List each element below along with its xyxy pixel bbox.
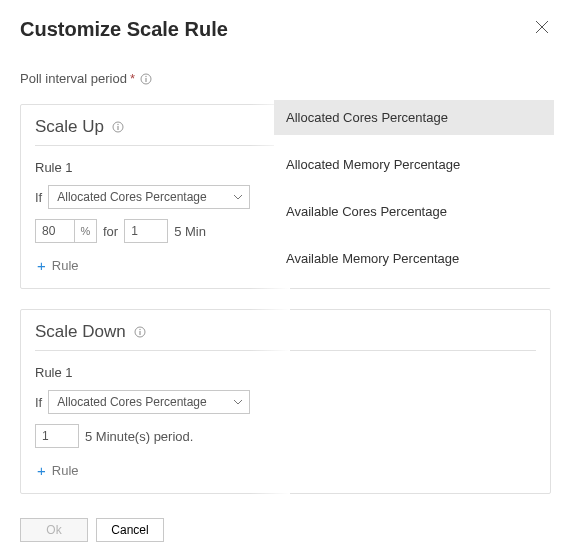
scale-down-if-line: If Allocated Cores Percentage	[35, 390, 536, 414]
svg-rect-4	[145, 78, 146, 82]
scale-down-duration-line: 5 Minute(s) period.	[35, 424, 536, 448]
title-row: Customize Scale Rule	[20, 18, 551, 41]
svg-point-3	[145, 75, 146, 76]
add-rule-label: Rule	[52, 258, 79, 273]
scale-down-rule-title: Rule 1	[35, 365, 536, 380]
metric-dropdown-popup: Allocated Cores Percentage Allocated Mem…	[274, 100, 554, 288]
scale-down-card: Scale Down Rule 1 If Allocated Cores Per…	[20, 309, 551, 494]
info-icon[interactable]	[112, 121, 124, 133]
popup-option-allocated-memory[interactable]: Allocated Memory Percentage	[274, 147, 554, 182]
plus-icon: +	[37, 462, 46, 479]
cancel-button[interactable]: Cancel	[96, 518, 164, 542]
if-label: If	[35, 190, 42, 205]
popup-option-available-cores[interactable]: Available Cores Percentage	[274, 194, 554, 229]
duration-suffix: 5 Min	[174, 224, 206, 239]
for-label: for	[103, 224, 118, 239]
percent-suffix: %	[74, 220, 96, 242]
poll-interval-label: Poll interval period *	[20, 71, 551, 86]
popup-option-available-memory[interactable]: Available Memory Percentage	[274, 241, 554, 276]
scale-down-metric-dropdown[interactable]: Allocated Cores Percentage	[48, 390, 250, 414]
duration-input[interactable]	[35, 424, 79, 448]
if-label: If	[35, 395, 42, 410]
scale-down-heading-text: Scale Down	[35, 322, 126, 342]
threshold-input-wrap: %	[35, 219, 97, 243]
scale-up-metric-dropdown[interactable]: Allocated Cores Percentage	[48, 185, 250, 209]
duration-suffix: 5 Minute(s) period.	[85, 429, 193, 444]
chevron-down-icon	[233, 399, 243, 405]
svg-rect-10	[139, 331, 140, 335]
info-icon[interactable]	[140, 73, 152, 85]
info-icon[interactable]	[134, 326, 146, 338]
close-button[interactable]	[533, 18, 551, 39]
svg-point-6	[117, 124, 118, 125]
svg-point-9	[139, 329, 140, 330]
footer: Ok Cancel	[20, 514, 551, 542]
svg-rect-7	[117, 126, 118, 130]
add-rule-label: Rule	[52, 463, 79, 478]
poll-label-text: Poll interval period	[20, 71, 127, 86]
chevron-down-icon	[233, 194, 243, 200]
plus-icon: +	[37, 257, 46, 274]
add-rule-button[interactable]: + Rule	[35, 458, 81, 483]
required-asterisk: *	[130, 71, 135, 86]
scale-up-heading-text: Scale Up	[35, 117, 104, 137]
duration-input[interactable]	[124, 219, 168, 243]
popup-option-allocated-cores[interactable]: Allocated Cores Percentage	[274, 100, 554, 135]
dropdown-value: Allocated Cores Percentage	[57, 190, 206, 204]
ok-button[interactable]: Ok	[20, 518, 88, 542]
add-rule-button[interactable]: + Rule	[35, 253, 81, 278]
scale-down-heading: Scale Down	[35, 322, 536, 351]
close-icon	[535, 20, 549, 34]
threshold-input[interactable]	[36, 220, 74, 242]
dropdown-value: Allocated Cores Percentage	[57, 395, 206, 409]
page-title: Customize Scale Rule	[20, 18, 228, 41]
